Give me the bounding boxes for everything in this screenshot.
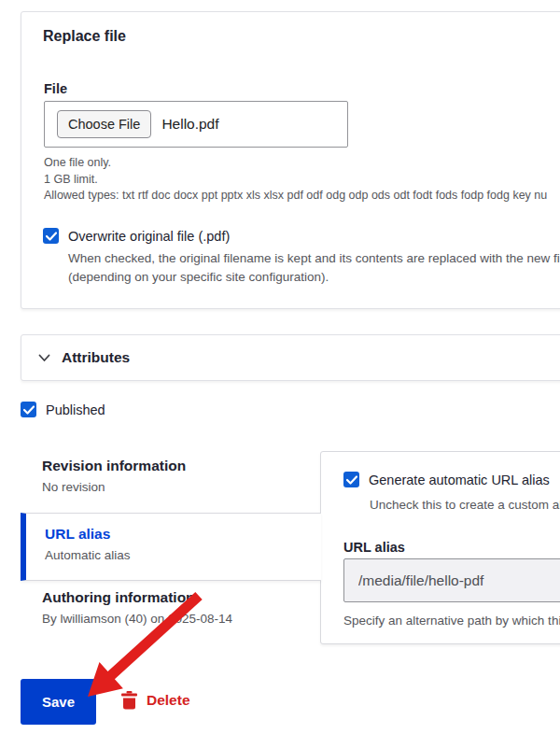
overwrite-checkbox[interactable] bbox=[43, 228, 59, 244]
overwrite-checkbox-label[interactable]: Overwrite original file (.pdf) bbox=[68, 229, 230, 244]
description-line: (depending on your specific site configu… bbox=[68, 268, 560, 287]
url-alias-input[interactable] bbox=[343, 558, 560, 602]
tab-revision-information[interactable]: Revision information No revision bbox=[42, 458, 186, 494]
tab-title: Authoring information bbox=[42, 589, 232, 606]
tab-url-alias[interactable]: URL alias Automatic alias bbox=[21, 513, 321, 581]
check-icon bbox=[46, 232, 57, 241]
tab-authoring-information[interactable]: Authoring information By lwilliamson (40… bbox=[42, 589, 232, 626]
generate-alias-checkbox-row: Generate automatic URL alias bbox=[343, 472, 550, 487]
published-checkbox-label[interactable]: Published bbox=[46, 402, 105, 417]
overwrite-description: When checked, the original filename is k… bbox=[68, 249, 560, 287]
attributes-label: Attributes bbox=[62, 349, 130, 366]
tab-title: Revision information bbox=[42, 458, 186, 474]
choose-file-button[interactable]: Choose File bbox=[57, 110, 151, 138]
attributes-accordion-header[interactable]: Attributes bbox=[21, 334, 560, 381]
help-line: 1 GB limit. bbox=[44, 172, 547, 189]
generate-alias-checkbox-label[interactable]: Generate automatic URL alias bbox=[369, 473, 550, 487]
tab-summary: By lwilliamson (40) on 2025-08-14 bbox=[42, 612, 232, 626]
check-icon bbox=[23, 405, 35, 415]
help-line: One file only. bbox=[44, 155, 547, 172]
file-upload-input[interactable]: Choose File Hello.pdf bbox=[44, 101, 348, 148]
url-alias-field-label: URL alias bbox=[343, 540, 405, 555]
delete-button[interactable]: Delete bbox=[120, 690, 190, 710]
delete-button-label: Delete bbox=[147, 692, 190, 709]
description-line: When checked, the original filename is k… bbox=[68, 249, 560, 268]
url-alias-field-description: Specify an alternative path by which thi… bbox=[343, 614, 560, 628]
section-title: Replace file bbox=[43, 28, 126, 45]
replace-file-section: Replace file File Choose File Hello.pdf … bbox=[21, 11, 560, 309]
tab-title: URL alias bbox=[45, 526, 321, 543]
published-checkbox-row: Published bbox=[21, 402, 105, 417]
tab-summary: Automatic alias bbox=[45, 548, 321, 562]
save-button[interactable]: Save bbox=[21, 679, 96, 725]
generate-alias-description: Uncheck this to create a custom alias bbox=[370, 498, 560, 512]
published-checkbox[interactable] bbox=[21, 402, 36, 417]
check-icon bbox=[346, 475, 357, 485]
trash-icon bbox=[120, 690, 138, 710]
help-line: Allowed types: txt rtf doc docx ppt pptx… bbox=[44, 188, 547, 205]
tab-summary: No revision bbox=[42, 480, 186, 494]
file-field-help: One file only. 1 GB limit. Allowed types… bbox=[44, 155, 547, 205]
file-field-label: File bbox=[44, 81, 67, 96]
generate-alias-checkbox[interactable] bbox=[343, 472, 359, 487]
chevron-down-icon bbox=[37, 351, 51, 365]
overwrite-checkbox-row: Overwrite original file (.pdf) bbox=[43, 228, 230, 244]
selected-filename: Hello.pdf bbox=[161, 116, 218, 133]
